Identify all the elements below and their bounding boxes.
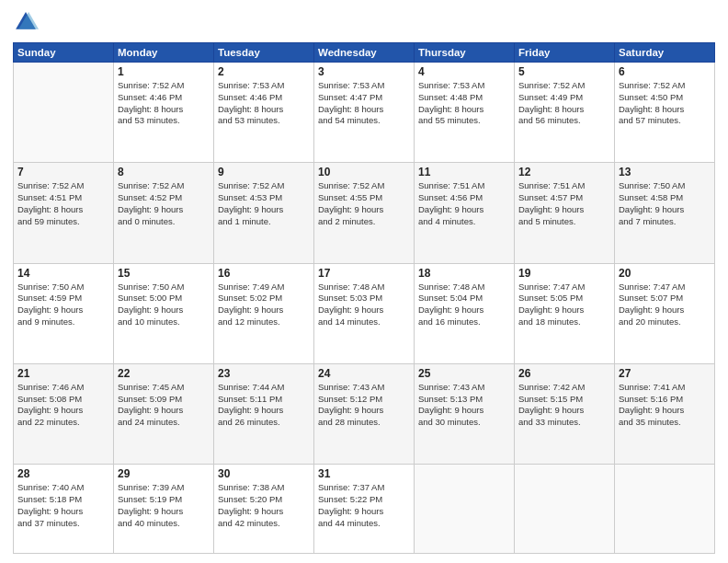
day-info: Sunrise: 7:53 AM Sunset: 4:47 PM Dayligh…	[318, 80, 410, 127]
day-number: 27	[619, 367, 711, 380]
day-info: Sunrise: 7:50 AM Sunset: 5:00 PM Dayligh…	[118, 282, 210, 328]
day-number: 14	[17, 267, 109, 280]
day-number: 20	[619, 267, 711, 280]
calendar-cell: 19Sunrise: 7:47 AM Sunset: 5:05 PM Dayli…	[515, 263, 615, 363]
calendar-cell: 5Sunrise: 7:52 AM Sunset: 4:49 PM Daylig…	[515, 63, 615, 163]
calendar-cell: 31Sunrise: 7:37 AM Sunset: 5:22 PM Dayli…	[314, 465, 415, 554]
day-info: Sunrise: 7:37 AM Sunset: 5:22 PM Dayligh…	[318, 482, 410, 529]
calendar-cell: 2Sunrise: 7:53 AM Sunset: 4:46 PM Daylig…	[214, 63, 314, 163]
day-number: 4	[418, 65, 510, 78]
day-info: Sunrise: 7:52 AM Sunset: 4:51 PM Dayligh…	[17, 180, 109, 227]
calendar-header-row: SundayMondayTuesdayWednesdayThursdayFrid…	[14, 43, 715, 63]
day-header-saturday: Saturday	[615, 43, 715, 63]
calendar-cell: 15Sunrise: 7:50 AM Sunset: 5:00 PM Dayli…	[114, 263, 214, 363]
day-number: 22	[118, 367, 210, 380]
calendar-cell: 9Sunrise: 7:52 AM Sunset: 4:53 PM Daylig…	[214, 163, 314, 263]
day-number: 16	[218, 267, 310, 280]
logo-icon	[13, 9, 39, 35]
calendar-cell: 22Sunrise: 7:45 AM Sunset: 5:09 PM Dayli…	[114, 363, 214, 464]
calendar-cell: 29Sunrise: 7:39 AM Sunset: 5:19 PM Dayli…	[114, 465, 214, 554]
day-info: Sunrise: 7:48 AM Sunset: 5:04 PM Dayligh…	[418, 282, 510, 328]
calendar-week-row: 14Sunrise: 7:50 AM Sunset: 4:59 PM Dayli…	[14, 263, 715, 363]
day-number: 19	[518, 267, 610, 280]
day-info: Sunrise: 7:43 AM Sunset: 5:13 PM Dayligh…	[418, 382, 510, 429]
day-number: 26	[518, 367, 610, 380]
day-info: Sunrise: 7:44 AM Sunset: 5:11 PM Dayligh…	[218, 382, 310, 429]
day-number: 1	[118, 65, 210, 78]
day-info: Sunrise: 7:53 AM Sunset: 4:46 PM Dayligh…	[218, 80, 310, 127]
calendar-week-row: 21Sunrise: 7:46 AM Sunset: 5:08 PM Dayli…	[14, 363, 715, 464]
day-info: Sunrise: 7:43 AM Sunset: 5:12 PM Dayligh…	[318, 382, 410, 429]
day-number: 6	[619, 65, 711, 78]
day-number: 3	[318, 65, 410, 78]
calendar-cell: 25Sunrise: 7:43 AM Sunset: 5:13 PM Dayli…	[415, 363, 515, 464]
day-number: 21	[17, 367, 109, 380]
day-number: 18	[418, 267, 510, 280]
day-number: 17	[318, 267, 410, 280]
day-number: 25	[418, 367, 510, 380]
day-info: Sunrise: 7:51 AM Sunset: 4:57 PM Dayligh…	[518, 180, 610, 227]
calendar-cell	[615, 465, 715, 554]
calendar-cell	[415, 465, 515, 554]
calendar-cell: 20Sunrise: 7:47 AM Sunset: 5:07 PM Dayli…	[615, 263, 715, 363]
day-info: Sunrise: 7:47 AM Sunset: 5:05 PM Dayligh…	[518, 282, 610, 328]
day-info: Sunrise: 7:50 AM Sunset: 4:59 PM Dayligh…	[17, 282, 109, 328]
day-number: 2	[218, 65, 310, 78]
day-number: 15	[118, 267, 210, 280]
day-info: Sunrise: 7:42 AM Sunset: 5:15 PM Dayligh…	[518, 382, 610, 429]
calendar-cell: 28Sunrise: 7:40 AM Sunset: 5:18 PM Dayli…	[14, 465, 114, 554]
day-info: Sunrise: 7:40 AM Sunset: 5:18 PM Dayligh…	[17, 482, 109, 529]
day-header-friday: Friday	[515, 43, 615, 63]
calendar-cell: 14Sunrise: 7:50 AM Sunset: 4:59 PM Dayli…	[14, 263, 114, 363]
day-number: 7	[17, 166, 109, 178]
day-info: Sunrise: 7:41 AM Sunset: 5:16 PM Dayligh…	[619, 382, 711, 429]
day-info: Sunrise: 7:52 AM Sunset: 4:50 PM Dayligh…	[619, 80, 711, 127]
day-number: 23	[218, 367, 310, 380]
calendar-cell: 21Sunrise: 7:46 AM Sunset: 5:08 PM Dayli…	[14, 363, 114, 464]
page: SundayMondayTuesdayWednesdayThursdayFrid…	[0, 0, 728, 563]
day-info: Sunrise: 7:52 AM Sunset: 4:49 PM Dayligh…	[518, 80, 610, 127]
calendar-cell: 24Sunrise: 7:43 AM Sunset: 5:12 PM Dayli…	[314, 363, 415, 464]
calendar-cell: 18Sunrise: 7:48 AM Sunset: 5:04 PM Dayli…	[415, 263, 515, 363]
calendar-week-row: 28Sunrise: 7:40 AM Sunset: 5:18 PM Dayli…	[14, 465, 715, 554]
calendar-cell: 30Sunrise: 7:38 AM Sunset: 5:20 PM Dayli…	[214, 465, 314, 554]
day-header-monday: Monday	[114, 43, 214, 63]
calendar-cell: 16Sunrise: 7:49 AM Sunset: 5:02 PM Dayli…	[214, 263, 314, 363]
day-number: 9	[218, 166, 310, 178]
day-info: Sunrise: 7:45 AM Sunset: 5:09 PM Dayligh…	[118, 382, 210, 429]
day-info: Sunrise: 7:50 AM Sunset: 4:58 PM Dayligh…	[619, 180, 711, 227]
day-info: Sunrise: 7:49 AM Sunset: 5:02 PM Dayligh…	[218, 282, 310, 328]
calendar-cell: 10Sunrise: 7:52 AM Sunset: 4:55 PM Dayli…	[314, 163, 415, 263]
day-info: Sunrise: 7:46 AM Sunset: 5:08 PM Dayligh…	[17, 382, 109, 429]
day-header-wednesday: Wednesday	[314, 43, 415, 63]
day-info: Sunrise: 7:38 AM Sunset: 5:20 PM Dayligh…	[218, 482, 310, 529]
calendar-week-row: 1Sunrise: 7:52 AM Sunset: 4:46 PM Daylig…	[14, 63, 715, 163]
day-info: Sunrise: 7:47 AM Sunset: 5:07 PM Dayligh…	[619, 282, 711, 328]
day-info: Sunrise: 7:52 AM Sunset: 4:52 PM Dayligh…	[118, 180, 210, 227]
day-number: 29	[118, 467, 210, 480]
calendar-cell	[14, 63, 114, 163]
calendar-cell: 4Sunrise: 7:53 AM Sunset: 4:48 PM Daylig…	[415, 63, 515, 163]
day-info: Sunrise: 7:39 AM Sunset: 5:19 PM Dayligh…	[118, 482, 210, 529]
calendar-table: SundayMondayTuesdayWednesdayThursdayFrid…	[13, 42, 715, 554]
day-header-tuesday: Tuesday	[214, 43, 314, 63]
day-number: 12	[518, 166, 610, 178]
calendar-cell: 27Sunrise: 7:41 AM Sunset: 5:16 PM Dayli…	[615, 363, 715, 464]
calendar-cell: 6Sunrise: 7:52 AM Sunset: 4:50 PM Daylig…	[615, 63, 715, 163]
day-info: Sunrise: 7:52 AM Sunset: 4:46 PM Dayligh…	[118, 80, 210, 127]
day-number: 30	[218, 467, 310, 480]
calendar-cell: 1Sunrise: 7:52 AM Sunset: 4:46 PM Daylig…	[114, 63, 214, 163]
calendar-cell: 13Sunrise: 7:50 AM Sunset: 4:58 PM Dayli…	[615, 163, 715, 263]
day-number: 5	[518, 65, 610, 78]
calendar-cell: 23Sunrise: 7:44 AM Sunset: 5:11 PM Dayli…	[214, 363, 314, 464]
day-info: Sunrise: 7:53 AM Sunset: 4:48 PM Dayligh…	[418, 80, 510, 127]
calendar-cell: 3Sunrise: 7:53 AM Sunset: 4:47 PM Daylig…	[314, 63, 415, 163]
calendar-week-row: 7Sunrise: 7:52 AM Sunset: 4:51 PM Daylig…	[14, 163, 715, 263]
day-info: Sunrise: 7:52 AM Sunset: 4:53 PM Dayligh…	[218, 180, 310, 227]
day-number: 8	[118, 166, 210, 178]
calendar-cell: 17Sunrise: 7:48 AM Sunset: 5:03 PM Dayli…	[314, 263, 415, 363]
day-info: Sunrise: 7:48 AM Sunset: 5:03 PM Dayligh…	[318, 282, 410, 328]
header	[13, 9, 715, 35]
calendar-cell: 7Sunrise: 7:52 AM Sunset: 4:51 PM Daylig…	[14, 163, 114, 263]
calendar-cell: 8Sunrise: 7:52 AM Sunset: 4:52 PM Daylig…	[114, 163, 214, 263]
